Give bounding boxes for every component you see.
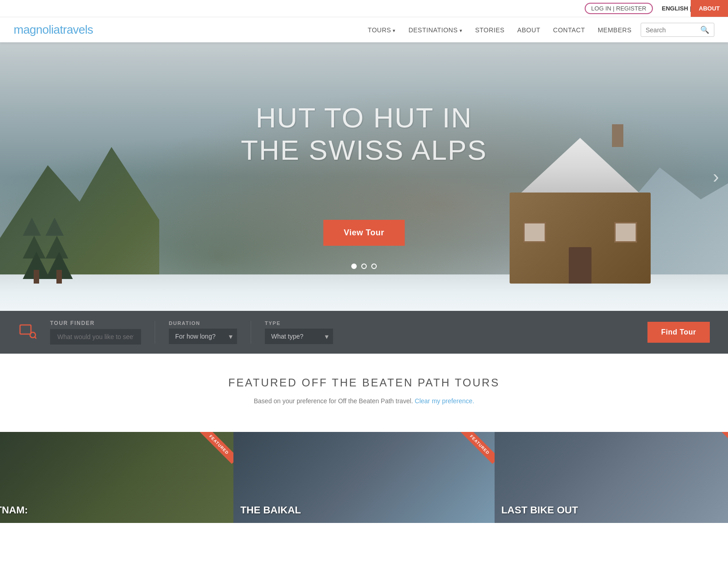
featured-ribbon-baikal — [458, 432, 495, 468]
about-button[interactable]: ABOUT — [691, 0, 728, 17]
tour-cards-row: VIETNAM: THE BAIKAL LAST BIKE OUT — [0, 432, 728, 523]
finder-divider-2 — [251, 321, 251, 344]
tour-finder-label: TOUR FINDER — [50, 320, 141, 326]
logo[interactable]: magnoliatravels — [14, 23, 93, 37]
nav-link-destinations[interactable]: DESTINATIONS — [409, 26, 462, 34]
logo-main: magnolia — [14, 23, 60, 36]
carousel-dot-1[interactable] — [351, 264, 357, 269]
svg-point-1 — [30, 332, 35, 338]
login-register-button[interactable]: LOG IN | REGISTER — [585, 3, 652, 14]
featured-ribbon-vietnam — [197, 432, 233, 468]
nav-link-about[interactable]: ABOUT — [517, 26, 541, 34]
duration-select[interactable]: For how long? 1-7 days 8-14 days 15-21 d… — [169, 329, 237, 344]
nav-link-contact[interactable]: CONTACT — [553, 26, 585, 34]
tour-finder-input[interactable] — [50, 329, 141, 345]
cabin-window-left — [523, 222, 546, 243]
tour-finder-bar: TOUR FINDER DURATION For how long? 1-7 d… — [0, 311, 728, 354]
nav-link-members[interactable]: MEMBERS — [598, 26, 632, 34]
duration-select-wrapper: For how long? 1-7 days 8-14 days 15-21 d… — [169, 329, 237, 344]
tour-card-vietnam-title: VIETNAM: — [0, 504, 28, 516]
hero-title-line2: THE SWISS ALPS — [0, 134, 728, 166]
nav-link-tours[interactable]: TOURS — [368, 26, 395, 34]
tour-card-baikal-title: THE BAIKAL — [240, 504, 301, 516]
search-box[interactable]: 🔍 — [641, 23, 714, 37]
view-tour-button[interactable]: View Tour — [324, 220, 405, 246]
type-select[interactable]: What type? Adventure Cultural Nature Cit… — [265, 329, 333, 344]
tour-card-bikeout[interactable]: LAST BIKE OUT — [495, 432, 728, 523]
featured-section: FEATURED OFF THE BEATEN PATH TOURS Based… — [0, 354, 728, 432]
tour-card-baikal[interactable]: THE BAIKAL — [233, 432, 494, 523]
tour-card-vietnam[interactable]: VIETNAM: — [0, 432, 233, 523]
type-select-wrapper: What type? Adventure Cultural Nature Cit… — [265, 329, 333, 344]
nav-item-stories[interactable]: STORIES — [475, 26, 505, 34]
tour-card-bikeout-title: LAST BIKE OUT — [501, 504, 578, 516]
carousel-next-arrow[interactable]: › — [713, 167, 719, 187]
search-input[interactable] — [646, 26, 700, 34]
navbar: magnoliatravels TOURS DESTINATIONS STORI… — [0, 17, 728, 42]
svg-rect-0 — [20, 325, 31, 334]
featured-subtitle: Based on your preference for Off the Bea… — [27, 397, 701, 405]
tour-finder-icon — [18, 321, 36, 343]
nav-link-stories[interactable]: STORIES — [475, 26, 505, 34]
cabin-door — [569, 247, 592, 284]
featured-ribbon-bikeout — [719, 432, 728, 468]
nav-item-contact[interactable]: CONTACT — [553, 26, 585, 34]
separator: | — [613, 5, 614, 12]
tree-top — [23, 218, 41, 236]
clear-preference-link[interactable]: Clear my preference. — [415, 397, 475, 405]
hero-title-line1: HUT TO HUT IN — [0, 101, 728, 134]
login-label[interactable]: LOG IN — [591, 5, 611, 12]
duration-label: DURATION — [169, 320, 237, 326]
tour-finder-section: TOUR FINDER — [50, 320, 141, 345]
nav-item-destinations[interactable]: DESTINATIONS — [409, 26, 462, 34]
logo-accent: travels — [60, 23, 93, 36]
search-icon[interactable]: 🔍 — [700, 25, 709, 34]
tree-top-2 — [46, 218, 64, 236]
type-label: TYPE — [265, 320, 333, 326]
duration-section: DURATION For how long? 1-7 days 8-14 day… — [169, 320, 237, 344]
featured-section-title: FEATURED OFF THE BEATEN PATH TOURS — [27, 376, 701, 389]
register-label[interactable]: REGISTER — [616, 5, 646, 12]
tree-trunk-2 — [56, 270, 62, 284]
nav-item-about[interactable]: ABOUT — [517, 26, 541, 34]
cabin-window-right — [614, 222, 637, 243]
top-bar: LOG IN | REGISTER ENGLISH | GERMAN ABOUT — [0, 0, 728, 17]
hero-title: HUT TO HUT IN THE SWISS ALPS — [0, 101, 728, 167]
carousel-dot-2[interactable] — [361, 264, 367, 269]
carousel-dots — [351, 264, 377, 269]
svg-line-2 — [35, 337, 37, 339]
nav-item-tours[interactable]: TOURS — [368, 26, 395, 34]
hero-section: HUT TO HUT IN THE SWISS ALPS View Tour › — [0, 42, 728, 311]
featured-subtitle-text: Based on your preference for Off the Bea… — [254, 397, 413, 405]
tree-trunk — [34, 270, 39, 284]
finder-divider-1 — [155, 321, 155, 344]
carousel-dot-3[interactable] — [371, 264, 377, 269]
type-section: TYPE What type? Adventure Cultural Natur… — [265, 320, 333, 344]
nav-links: TOURS DESTINATIONS STORIES ABOUT CONTACT… — [368, 26, 632, 34]
find-tour-button[interactable]: Find Tour — [647, 322, 710, 343]
lang-english[interactable]: ENGLISH — [662, 5, 688, 12]
tree-decoration-2 — [46, 218, 73, 284]
nav-item-members[interactable]: MEMBERS — [598, 26, 632, 34]
cabin-illustration — [500, 147, 660, 284]
cabin-body — [510, 193, 651, 284]
